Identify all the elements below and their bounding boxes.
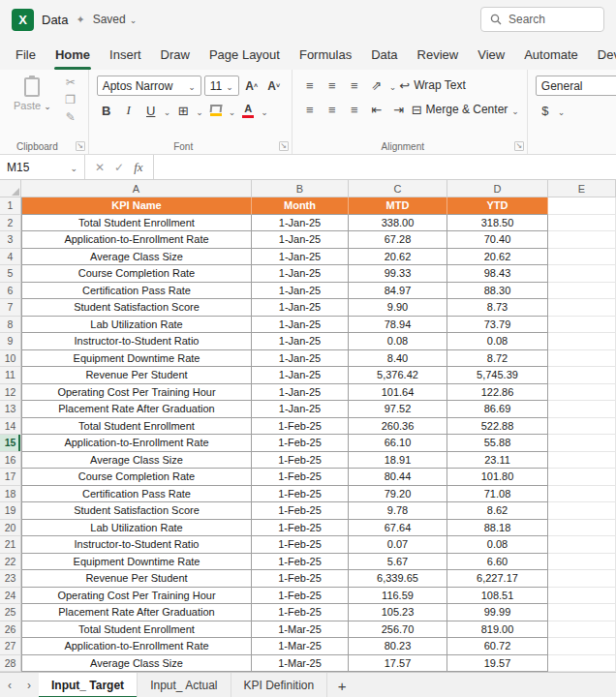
underline-button[interactable]: U: [141, 101, 161, 120]
ribbon-tab-insert[interactable]: Insert: [100, 39, 151, 70]
cell[interactable]: 17.57: [349, 655, 447, 673]
workbook-title[interactable]: Data: [42, 13, 68, 27]
cell[interactable]: 522.88: [447, 418, 548, 436]
cell[interactable]: [548, 486, 616, 503]
cell[interactable]: 99.33: [349, 265, 447, 283]
cell[interactable]: 318.50: [447, 215, 548, 232]
currency-format-button[interactable]: $: [536, 101, 555, 120]
italic-button[interactable]: I: [119, 101, 139, 120]
row-header[interactable]: 10: [0, 350, 21, 368]
cell[interactable]: Operating Cost Per Training Hour: [21, 588, 252, 605]
cell[interactable]: 1-Feb-25: [252, 554, 349, 571]
cell[interactable]: [548, 418, 616, 436]
cell[interactable]: 1-Feb-25: [252, 570, 349, 588]
row-header[interactable]: 19: [0, 502, 21, 520]
cell[interactable]: 67.64: [349, 520, 447, 537]
column-header[interactable]: D: [447, 180, 548, 197]
cell[interactable]: 78.94: [349, 317, 447, 334]
header-cell[interactable]: MTD: [349, 197, 447, 215]
cell[interactable]: 6,227.17: [447, 570, 548, 588]
row-header[interactable]: 24: [0, 588, 21, 605]
cell[interactable]: Student Satisfaction Score: [21, 299, 252, 317]
row-header[interactable]: 17: [0, 469, 21, 486]
cell[interactable]: 1-Jan-25: [252, 350, 349, 368]
header-cell[interactable]: Month: [252, 197, 349, 215]
chevron-down-icon[interactable]: [164, 102, 171, 119]
cell[interactable]: 1-Feb-25: [252, 469, 349, 486]
sheet-nav-right-icon[interactable]: ›: [19, 673, 39, 697]
cell[interactable]: Student Satisfaction Score: [21, 502, 252, 520]
font-name-select[interactable]: Aptos Narrow: [97, 76, 201, 96]
cell[interactable]: 1-Jan-25: [252, 384, 349, 402]
clipboard-dialog-launcher-icon[interactable]: ↘: [76, 141, 85, 151]
cell[interactable]: 0.08: [447, 333, 548, 350]
cell[interactable]: [548, 350, 616, 368]
cell[interactable]: [548, 231, 616, 249]
header-cell[interactable]: KPI Name: [21, 197, 252, 215]
cell[interactable]: [548, 384, 616, 402]
cell[interactable]: 88.18: [447, 520, 548, 537]
cell[interactable]: [548, 520, 616, 537]
fill-color-button[interactable]: [206, 101, 226, 120]
cell[interactable]: 8.72: [447, 350, 548, 368]
cell[interactable]: Course Completion Rate: [21, 265, 252, 283]
borders-button[interactable]: ⊞: [173, 101, 193, 120]
cell[interactable]: 67.28: [349, 231, 447, 249]
sheet-tab-input-target[interactable]: Input_ Target: [39, 673, 138, 697]
row-header[interactable]: 25: [0, 604, 21, 621]
cell[interactable]: 0.08: [447, 536, 548, 554]
row-header[interactable]: 12: [0, 384, 21, 402]
row-header[interactable]: 26: [0, 621, 21, 639]
cell[interactable]: 256.70: [349, 621, 447, 639]
cell[interactable]: Application-to-Enrollment Rate: [21, 231, 252, 249]
sheet-nav-left-icon[interactable]: ‹: [0, 673, 19, 697]
sheet-tab-kpi-definition[interactable]: KPI Definition: [231, 673, 328, 697]
ribbon-tab-automate[interactable]: Automate: [514, 39, 588, 70]
cell[interactable]: 9.78: [349, 502, 447, 520]
cell[interactable]: 98.43: [447, 265, 548, 283]
cell[interactable]: [548, 502, 616, 520]
merge-center-button[interactable]: ⊟ Merge & Center: [412, 100, 519, 119]
cell[interactable]: 1-Feb-25: [252, 418, 349, 436]
cell[interactable]: 20.62: [349, 249, 447, 266]
font-color-button[interactable]: A: [238, 101, 258, 120]
insert-function-icon[interactable]: fx: [134, 160, 142, 175]
cell[interactable]: [548, 452, 616, 470]
cell[interactable]: 1-Feb-25: [252, 588, 349, 605]
decrease-font-size-button[interactable]: A˅: [264, 76, 284, 96]
cell[interactable]: 1-Feb-25: [252, 452, 349, 470]
decrease-indent-button[interactable]: ⇤: [367, 100, 386, 119]
row-header[interactable]: 1: [0, 197, 21, 215]
cell[interactable]: 1-Jan-25: [252, 283, 349, 300]
cell[interactable]: [548, 265, 616, 283]
format-painter-button[interactable]: ✎: [61, 110, 80, 124]
row-header[interactable]: 3: [0, 231, 21, 249]
cell[interactable]: 88.30: [447, 283, 548, 300]
cell[interactable]: 60.72: [447, 638, 548, 655]
align-center-button[interactable]: ≡: [323, 100, 342, 119]
cell[interactable]: [548, 367, 616, 384]
cell[interactable]: 105.23: [349, 604, 447, 621]
cell[interactable]: 97.52: [349, 401, 447, 418]
ribbon-tab-review[interactable]: Review: [408, 39, 469, 70]
cell[interactable]: 99.99: [447, 604, 548, 621]
ribbon-tab-developer[interactable]: Developer: [588, 39, 616, 70]
cell[interactable]: Total Student Enrollment: [21, 418, 252, 436]
cell[interactable]: [548, 299, 616, 317]
cell[interactable]: Total Student Enrollment: [21, 215, 252, 232]
align-bottom-button[interactable]: ≡: [345, 76, 364, 95]
row-header[interactable]: 28: [0, 655, 21, 673]
number-format-select[interactable]: General: [536, 76, 616, 96]
cell[interactable]: [548, 283, 616, 300]
cell[interactable]: [548, 401, 616, 418]
ribbon-tab-data[interactable]: Data: [361, 39, 407, 70]
pin-icon[interactable]: ✦: [76, 14, 84, 26]
align-middle-button[interactable]: ≡: [323, 76, 342, 95]
formula-input[interactable]: [154, 155, 616, 179]
cell[interactable]: 1-Jan-25: [252, 367, 349, 384]
cell[interactable]: Certification Pass Rate: [21, 486, 252, 503]
ribbon-tab-formulas[interactable]: Formulas: [290, 39, 361, 70]
add-sheet-button[interactable]: +: [327, 673, 356, 697]
cell[interactable]: 66.10: [349, 435, 447, 452]
cell[interactable]: 20.62: [447, 249, 548, 266]
